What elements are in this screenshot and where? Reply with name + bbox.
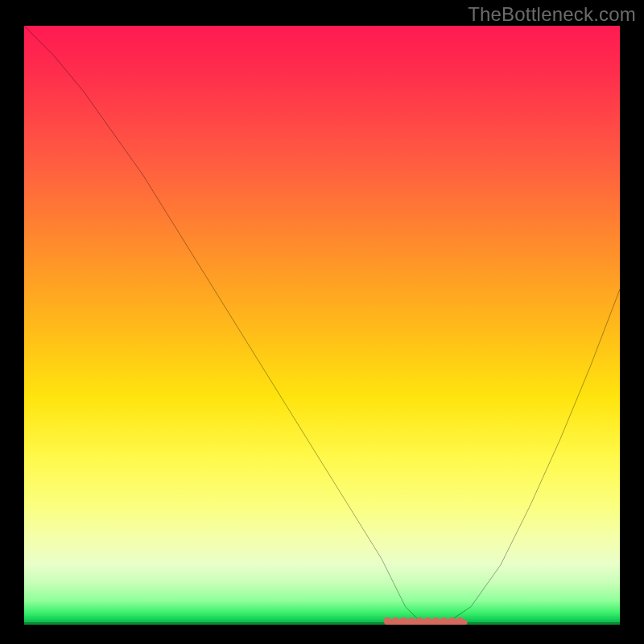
bottleneck-curve-svg (24, 26, 620, 625)
optimal-dot (416, 617, 424, 625)
optimal-dot (440, 617, 448, 625)
curve-group (24, 26, 620, 625)
optimal-dot (392, 617, 400, 625)
optimal-dot (400, 617, 408, 625)
optimal-dot (384, 617, 392, 625)
optimal-dot (424, 617, 432, 625)
optimal-dot (456, 617, 464, 625)
optimal-dot (408, 617, 416, 625)
chart-frame: TheBottleneck.com (0, 0, 644, 644)
bottleneck-curve (24, 26, 620, 625)
attribution-label: TheBottleneck.com (468, 3, 636, 26)
optimal-dot (448, 617, 456, 625)
optimal-range-dots (384, 617, 468, 625)
optimal-dot (432, 617, 440, 625)
plot-area (24, 26, 620, 625)
